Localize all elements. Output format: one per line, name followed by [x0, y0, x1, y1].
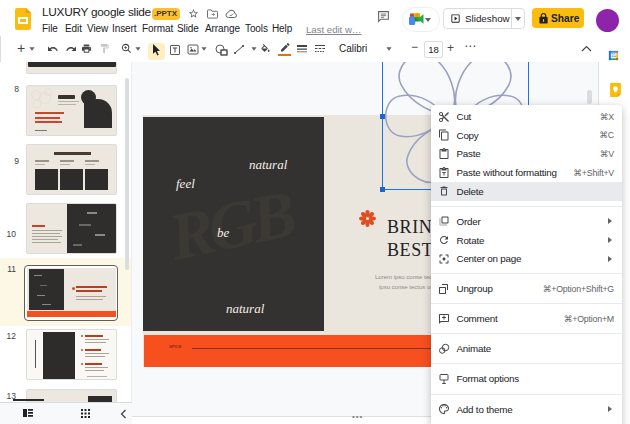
- svg-text:31: 31: [611, 53, 617, 58]
